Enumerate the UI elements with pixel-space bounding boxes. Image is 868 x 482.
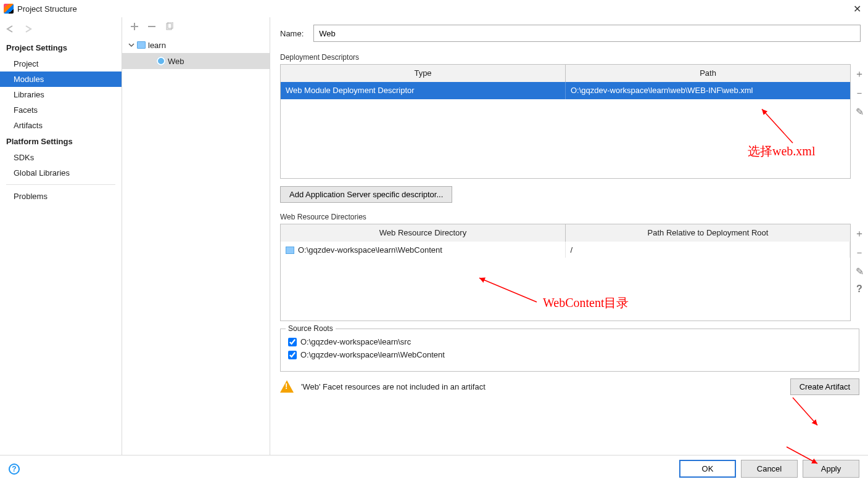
web-icon xyxy=(157,57,165,65)
create-artifact-button[interactable]: Create Artifact xyxy=(790,378,859,395)
divider xyxy=(6,184,115,185)
wr-row[interactable]: O:\gqzdev-workspace\learn\WebContent / xyxy=(281,242,850,258)
dd-row-path: O:\gqzdev-workspace\learn\web\WEB-INF\we… xyxy=(566,82,850,99)
sidebar-item-project[interactable]: Project xyxy=(0,56,122,71)
source-roots-group: Source Roots O:\gqzdev-workspace\learn\s… xyxy=(280,329,859,372)
dd-col-type: Type xyxy=(281,65,566,82)
tree-label: Web xyxy=(168,57,184,66)
add-descriptor-button[interactable]: Add Application Server specific descript… xyxy=(280,186,452,203)
dd-row-type: Web Module Deployment Descriptor xyxy=(281,82,566,99)
ok-button[interactable]: OK xyxy=(679,460,736,478)
dd-table: Type Path Web Module Deployment Descript… xyxy=(280,64,851,179)
sr-checkbox-0[interactable] xyxy=(288,338,297,346)
sr-item-1[interactable]: O:\gqzdev-workspace\learn\WebContent xyxy=(288,348,851,361)
wr-row-dir: O:\gqzdev-workspace\learn\WebContent xyxy=(281,242,566,258)
wr-col-rel: Path Relative to Deployment Root xyxy=(566,224,850,242)
intellij-icon xyxy=(4,4,14,14)
sidebar-head-project-settings: Project Settings xyxy=(0,39,122,56)
name-label: Name: xyxy=(280,29,304,38)
wr-table: Web Resource Directory Path Relative to … xyxy=(280,224,851,321)
tree-child-web[interactable]: Web xyxy=(122,53,270,69)
footer: ? OK Cancel Apply xyxy=(0,455,868,482)
folder-icon xyxy=(286,247,294,254)
dd-col-path: Path xyxy=(566,65,850,82)
copy-icon[interactable] xyxy=(165,22,174,31)
sr-item-0[interactable]: O:\gqzdev-workspace\learn\src xyxy=(288,335,851,348)
content-panel: Name: Deployment Descriptors Type Path W… xyxy=(270,17,868,455)
sidebar: Project Settings Project Modules Librari… xyxy=(0,17,122,455)
help-icon[interactable]: ? xyxy=(9,464,20,475)
dd-edit-icon[interactable]: ✎ xyxy=(856,106,864,118)
wr-add-icon[interactable]: ＋ xyxy=(854,227,864,240)
wr-col-dir: Web Resource Directory xyxy=(281,224,566,242)
apply-button[interactable]: Apply xyxy=(803,460,859,478)
sr-checkbox-1[interactable] xyxy=(288,351,297,359)
wr-row-rel: / xyxy=(566,242,851,258)
sidebar-item-facets[interactable]: Facets xyxy=(0,102,122,118)
sidebar-item-global-libraries[interactable]: Global Libraries xyxy=(0,165,122,181)
titlebar: Project Structure ✕ xyxy=(0,0,868,17)
sidebar-item-problems[interactable]: Problems xyxy=(0,189,122,204)
window-title: Project Structure xyxy=(17,4,77,14)
dd-section-title: Deployment Descriptors xyxy=(280,53,868,62)
sidebar-item-libraries[interactable]: Libraries xyxy=(0,87,122,102)
wr-remove-icon[interactable]: － xyxy=(854,247,864,259)
add-icon[interactable] xyxy=(131,23,138,30)
name-input[interactable] xyxy=(313,25,861,42)
wr-edit-icon[interactable]: ✎ xyxy=(856,266,864,277)
dd-row[interactable]: Web Module Deployment Descriptor O:\gqzd… xyxy=(281,82,850,99)
sidebar-item-artifacts[interactable]: Artifacts xyxy=(0,118,122,133)
sidebar-head-platform-settings: Platform Settings xyxy=(0,133,122,150)
tree-label: learn xyxy=(148,41,166,50)
nav-back-icon[interactable] xyxy=(5,25,16,33)
tree-root-learn[interactable]: learn xyxy=(122,37,270,53)
module-tree-panel: learn Web xyxy=(122,17,270,455)
warning-text: 'Web' Facet resources are not included i… xyxy=(301,382,486,391)
sr-title: Source Roots xyxy=(286,324,336,333)
wr-section-title: Web Resource Directories xyxy=(280,213,868,221)
close-icon[interactable]: ✕ xyxy=(849,3,864,15)
wr-help-icon[interactable]: ? xyxy=(856,284,862,295)
warning-icon xyxy=(280,380,294,393)
dd-remove-icon[interactable]: － xyxy=(854,87,864,100)
sr-label-1: O:\gqzdev-workspace\learn\WebContent xyxy=(300,350,445,359)
chevron-down-icon[interactable] xyxy=(128,42,134,48)
nav-forward-icon[interactable] xyxy=(23,25,35,33)
folder-icon xyxy=(137,41,146,49)
sidebar-item-modules[interactable]: Modules xyxy=(0,71,122,87)
cancel-button[interactable]: Cancel xyxy=(741,460,798,478)
sr-label-0: O:\gqzdev-workspace\learn\src xyxy=(300,337,411,346)
sidebar-item-sdks[interactable]: SDKs xyxy=(0,150,122,165)
dd-add-icon[interactable]: ＋ xyxy=(854,68,864,81)
remove-icon[interactable] xyxy=(148,23,155,30)
